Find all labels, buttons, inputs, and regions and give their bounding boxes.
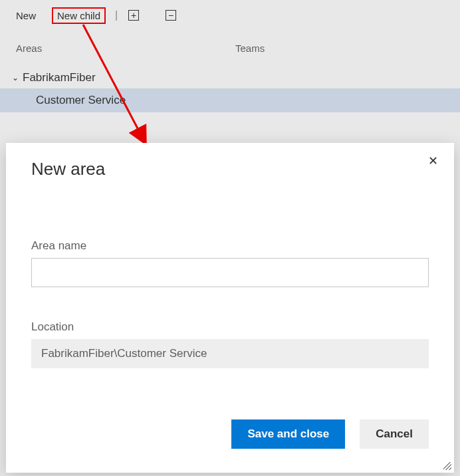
resize-grip-icon[interactable] [443, 462, 451, 470]
new-button[interactable]: New [9, 7, 43, 24]
chevron-down-icon: ⌄ [12, 73, 19, 82]
save-and-close-button[interactable]: Save and close [231, 419, 345, 449]
close-button[interactable]: ✕ [428, 155, 438, 167]
tab-areas[interactable]: Areas [16, 43, 235, 54]
tree-item-customer-service[interactable]: Customer Service [0, 88, 460, 112]
area-name-group: Area name [31, 239, 429, 287]
tree-root-label: FabrikamFiber [23, 71, 96, 84]
toolbar: New New child | + − [0, 0, 460, 31]
area-tree: ⌄ FabrikamFiber Customer Service [0, 67, 460, 112]
dialog-title: New area [31, 159, 429, 179]
dialog-actions: Save and close Cancel [231, 419, 429, 449]
tabs: Areas Teams [0, 43, 460, 54]
plus-icon: + [128, 10, 139, 21]
area-name-input[interactable] [31, 258, 429, 287]
location-label: Location [31, 320, 429, 334]
minus-icon: − [166, 10, 176, 21]
close-icon: ✕ [428, 154, 438, 168]
tree-item-label: Customer Service [36, 94, 126, 106]
area-name-label: Area name [31, 239, 429, 253]
expand-all-button[interactable]: + [124, 6, 143, 25]
collapse-all-button[interactable]: − [162, 6, 180, 25]
new-child-button[interactable]: New child [52, 7, 106, 24]
tab-teams[interactable]: Teams [235, 43, 455, 54]
separator: | [115, 9, 118, 21]
location-input[interactable] [31, 339, 429, 368]
tree-root-fabrikamfiber[interactable]: ⌄ FabrikamFiber [0, 67, 460, 88]
location-group: Location [31, 320, 429, 368]
cancel-button[interactable]: Cancel [360, 419, 429, 449]
new-area-dialog: New area ✕ Area name Location Save and c… [6, 143, 454, 473]
